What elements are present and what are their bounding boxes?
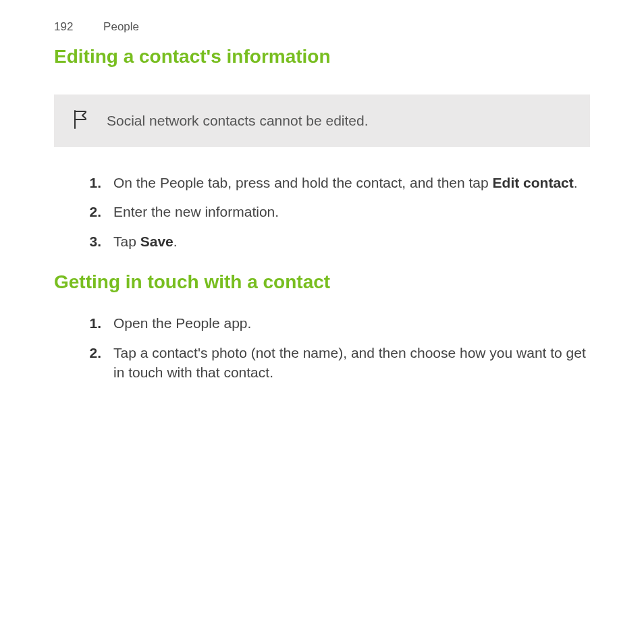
heading-editing-contact: Editing a contact's information [54, 46, 590, 68]
list-item: 1. On the People tab, press and hold the… [74, 173, 590, 192]
step-body: Open the People app. [113, 313, 590, 333]
step-number: 2. [74, 343, 113, 363]
list-item: 1. Open the People app. [74, 313, 590, 333]
heading-getting-in-touch: Getting in touch with a contact [54, 271, 590, 293]
list-item: 2. Tap a contact's photo (not the name),… [74, 343, 590, 383]
step-body: On the People tab, press and hold the co… [113, 173, 590, 192]
flag-icon [73, 109, 88, 132]
steps-list-1: 1. On the People tab, press and hold the… [74, 173, 590, 251]
list-item: 3. Tap Save. [74, 232, 590, 251]
page-header: 192 People [54, 20, 590, 34]
step-body: Enter the new information. [113, 202, 590, 221]
list-item: 2. Enter the new information. [74, 202, 590, 221]
step-body: Tap a contact's photo (not the name), an… [113, 343, 590, 383]
step-number: 1. [74, 313, 113, 333]
step-number: 1. [74, 173, 113, 192]
section-name: People [103, 20, 139, 33]
step-number: 3. [74, 232, 113, 251]
note-text: Social network contacts cannot be edited… [107, 113, 369, 129]
step-number: 2. [74, 202, 113, 221]
note-box: Social network contacts cannot be edited… [54, 95, 590, 147]
page-number: 192 [54, 20, 73, 34]
step-body: Tap Save. [113, 232, 590, 251]
document-page: 192 People Editing a contact's informati… [0, 0, 644, 382]
steps-list-2: 1. Open the People app. 2. Tap a contact… [74, 313, 590, 382]
